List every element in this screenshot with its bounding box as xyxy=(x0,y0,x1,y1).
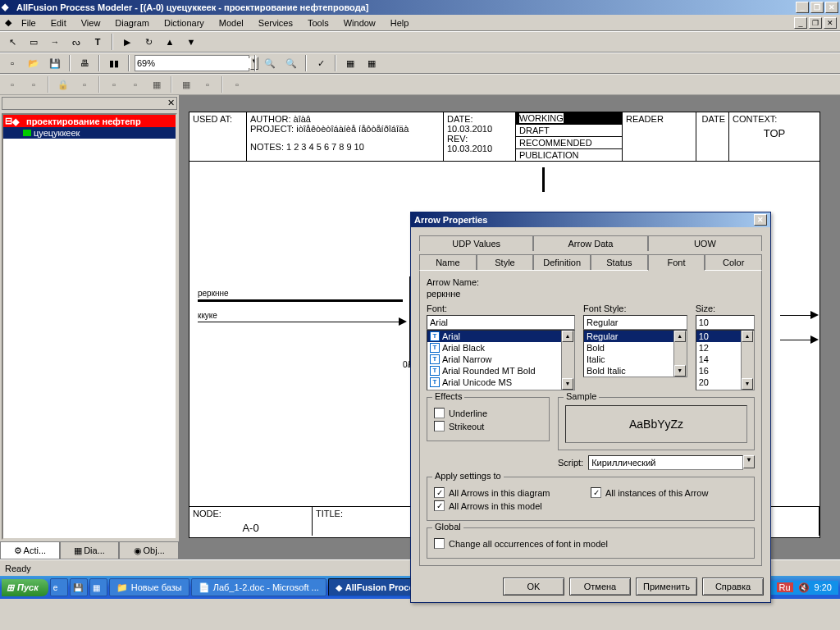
tree-root[interactable]: ⊟ ◆ проектирование нефтепр xyxy=(3,115,176,127)
open-button[interactable]: 📂 xyxy=(25,54,43,72)
quick-ie[interactable]: e xyxy=(50,578,68,596)
tree-child[interactable]: цуецуккеек xyxy=(3,127,176,139)
print-button[interactable]: 🖶 xyxy=(75,54,94,72)
tool-a[interactable]: ▦ xyxy=(341,54,359,72)
font-item-arial[interactable]: TArial xyxy=(427,331,574,342)
size-listbox[interactable]: 10 12 14 16 20 ▲▼ xyxy=(696,330,755,390)
underline-checkbox[interactable] xyxy=(434,408,445,418)
all-instances-checkbox[interactable]: ✓ xyxy=(591,487,601,498)
tab-definition[interactable]: Definition xyxy=(533,254,591,270)
tab-arrow-data[interactable]: Arrow Data xyxy=(533,235,647,251)
tool-b[interactable]: ▦ xyxy=(363,54,381,72)
x1[interactable]: ▫ xyxy=(3,75,21,94)
cancel-button[interactable]: Отмена xyxy=(569,578,631,596)
x9[interactable]: ▫ xyxy=(199,75,217,94)
font-style-input[interactable] xyxy=(583,315,687,330)
start-button[interactable]: ⊞ Пуск xyxy=(2,579,48,596)
menu-window[interactable]: Window xyxy=(337,16,382,30)
strikeout-checkbox[interactable] xyxy=(434,421,445,431)
help-button[interactable]: Справка xyxy=(702,578,764,596)
ok-button[interactable]: OK xyxy=(503,578,564,596)
dialog-close-button[interactable]: ✕ xyxy=(754,214,767,226)
squiggle-tool[interactable]: ᔓ xyxy=(67,33,85,51)
box-tool[interactable]: ▭ xyxy=(25,33,43,51)
tree-collapse-icon[interactable]: ⊟ xyxy=(5,116,12,126)
tree-panel[interactable]: ⊟ ◆ проектирование нефтепр цуецуккеек xyxy=(2,113,177,540)
color-button[interactable]: ▮▮ xyxy=(105,54,123,72)
font-item-arial-unicode[interactable]: TArial Unicode MS xyxy=(427,377,574,388)
minimize-button[interactable]: _ xyxy=(796,2,809,13)
style-italic[interactable]: Italic xyxy=(584,354,687,365)
scroll-up[interactable]: ▲ xyxy=(562,331,573,342)
font-item-arial-rounded[interactable]: TArial Rounded MT Bold xyxy=(427,365,574,377)
play-tool[interactable]: ▶ xyxy=(118,33,136,51)
menu-file[interactable]: File xyxy=(15,16,43,30)
arrow-tool[interactable]: → xyxy=(46,33,64,51)
font-item-arial-narrow[interactable]: TArial Narrow xyxy=(427,354,574,365)
tab-udp[interactable]: UDP Values xyxy=(419,235,533,251)
zoom-input[interactable] xyxy=(137,58,250,68)
x8[interactable]: ▦ xyxy=(177,75,195,94)
tab-activities[interactable]: ⚙Acti... xyxy=(0,542,60,559)
dialog-titlebar[interactable]: Arrow Properties ✕ xyxy=(411,212,770,227)
close-button[interactable]: ✕ xyxy=(825,2,838,13)
tab-font[interactable]: Font xyxy=(648,254,705,271)
menu-services[interactable]: Services xyxy=(252,16,299,30)
lang-indicator[interactable]: Ru xyxy=(777,582,793,592)
x5[interactable]: ▫ xyxy=(105,75,123,94)
save-button[interactable]: 💾 xyxy=(46,54,64,72)
font-input[interactable] xyxy=(427,315,575,330)
task-2[interactable]: 📄Лаб_1-2.doc - Microsoft ... xyxy=(191,578,326,596)
change-all-checkbox[interactable] xyxy=(434,538,445,549)
zoom-in-button[interactable]: 🔍 xyxy=(261,54,279,72)
menu-diagram[interactable]: Diagram xyxy=(108,16,156,30)
quick-desktop[interactable]: 💾 xyxy=(70,578,88,596)
x7[interactable]: ▦ xyxy=(148,75,166,94)
mdi-maximize-button[interactable]: ❐ xyxy=(809,17,822,29)
clock[interactable]: 9:20 xyxy=(815,582,832,592)
x6[interactable]: ▫ xyxy=(126,75,144,94)
tab-color[interactable]: Color xyxy=(705,254,762,270)
tab-diagrams[interactable]: ▦Dia... xyxy=(60,542,120,559)
style-listbox[interactable]: Regular Bold Italic Bold Italic ▲▼ xyxy=(583,330,687,377)
pointer-tool[interactable]: ↖ xyxy=(3,33,21,51)
menu-view[interactable]: View xyxy=(75,16,107,30)
tab-status[interactable]: Status xyxy=(591,254,648,270)
maximize-button[interactable]: ❐ xyxy=(810,2,824,13)
all-diagram-checkbox[interactable]: ✓ xyxy=(434,487,445,498)
menu-help[interactable]: Help xyxy=(384,16,416,30)
font-listbox[interactable]: TArial TArial Black TArial Narrow TArial… xyxy=(427,330,575,390)
tray-icon-3[interactable]: 🔇 xyxy=(798,582,810,593)
task-1[interactable]: 📁Новые базы xyxy=(109,578,189,596)
refresh-tool[interactable]: ↻ xyxy=(139,33,158,51)
zoom-out-button[interactable]: 🔍 xyxy=(282,54,300,72)
new-button[interactable]: ▫ xyxy=(3,54,21,72)
all-model-checkbox[interactable]: ✓ xyxy=(434,500,445,511)
x10[interactable]: ▫ xyxy=(228,75,246,94)
x3[interactable]: 🔒 xyxy=(54,75,72,94)
quick-app[interactable]: ▦ xyxy=(89,578,107,596)
x2[interactable]: ▫ xyxy=(25,75,43,94)
panel-close-icon[interactable]: ✕ xyxy=(165,98,176,107)
style-bold[interactable]: Bold xyxy=(584,342,687,354)
arrow-label-2[interactable]: ккуке xyxy=(198,311,217,320)
spellcheck-button[interactable]: ✓ xyxy=(312,54,330,72)
size-input[interactable] xyxy=(696,315,755,330)
mdi-close-button[interactable]: ✕ xyxy=(824,17,837,29)
menu-edit[interactable]: Edit xyxy=(44,16,73,30)
up-tool[interactable]: ▲ xyxy=(161,33,179,51)
font-item-arial-black[interactable]: TArial Black xyxy=(427,342,574,354)
down-tool[interactable]: ▼ xyxy=(182,33,200,51)
menu-dictionary[interactable]: Dictionary xyxy=(158,16,211,30)
style-bold-italic[interactable]: Bold Italic xyxy=(584,365,687,377)
style-regular[interactable]: Regular xyxy=(584,331,687,342)
arrow-label-1[interactable]: реркнне xyxy=(198,289,229,298)
script-dropdown[interactable]: ▼ xyxy=(743,455,755,468)
apply-button[interactable]: Применить xyxy=(636,578,697,596)
x4[interactable]: ▫ xyxy=(75,75,94,94)
arrow-line-2[interactable] xyxy=(198,322,401,322)
zoom-combo[interactable]: ▼ xyxy=(135,55,249,71)
tab-name[interactable]: Name xyxy=(419,254,477,270)
tab-uow[interactable]: UOW xyxy=(648,235,762,251)
script-combo[interactable] xyxy=(588,455,743,470)
